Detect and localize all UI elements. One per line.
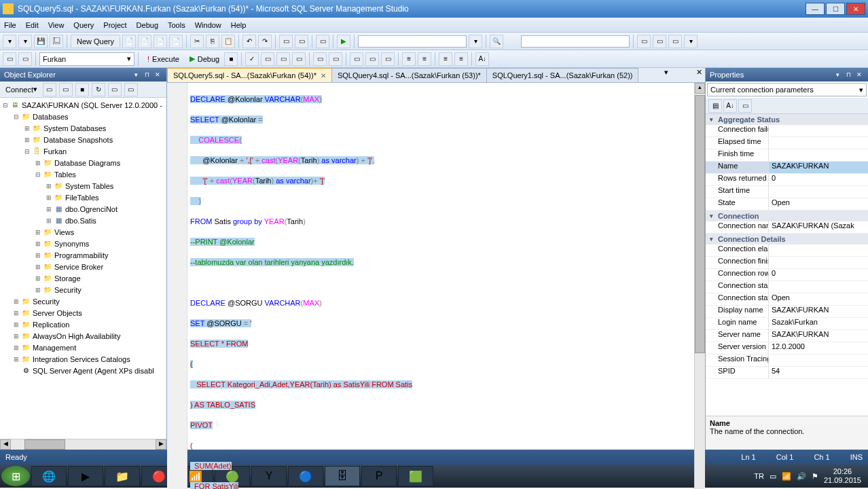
indent-icon[interactable]: ≡ <box>402 52 416 66</box>
tray-network-icon[interactable]: 📶 <box>782 472 791 481</box>
tab-query5[interactable]: SQLQuery5.sql - SA...(Sazak\Furkan (54))… <box>167 68 332 82</box>
tree-system-databases[interactable]: System Databases <box>43 124 106 132</box>
toolbar-search[interactable] <box>358 35 467 48</box>
tree-management[interactable]: Management <box>33 344 76 352</box>
save-icon[interactable]: 💾 <box>34 35 48 48</box>
tray-lang[interactable]: TR <box>754 472 764 480</box>
menu-debug[interactable]: Debug <box>137 21 158 29</box>
tb-icon[interactable]: ▭ <box>279 35 293 48</box>
tree-server[interactable]: SAZAK\FURKAN (SQL Server 12.0.2000 - <box>22 101 162 109</box>
tb-icon[interactable]: 📄 <box>169 35 183 48</box>
tb-icon[interactable]: A↓ <box>475 52 489 66</box>
tree-filetables[interactable]: FileTables <box>65 194 99 202</box>
parse-icon[interactable]: ✓ <box>245 52 259 66</box>
alphabetical-icon[interactable]: A↓ <box>723 99 737 113</box>
execute-button[interactable]: !Execute <box>142 52 185 66</box>
properties-combo[interactable]: Current connection parameters▾ <box>707 83 867 96</box>
tree-table-satis[interactable]: dbo.Satis <box>65 217 96 225</box>
panel-dropdown-icon[interactable]: ▾ <box>833 70 842 79</box>
refresh-icon[interactable]: ↻ <box>92 83 105 96</box>
debug-button[interactable]: ▶Debug <box>187 52 222 66</box>
play-icon[interactable]: ▶ <box>337 35 350 48</box>
prop-cat-conndetails[interactable]: ▾Connection Details <box>706 234 868 244</box>
tb-icon[interactable]: ▭ <box>276 52 290 66</box>
tabs-dropdown-icon[interactable]: ▾ <box>661 68 672 82</box>
tb-icon[interactable]: ▭ <box>365 52 379 66</box>
tree-table-ogrencinot[interactable]: dbo.OgrenciNot <box>65 205 117 213</box>
panel-dropdown-icon[interactable]: ▾ <box>131 70 141 79</box>
tb-icon[interactable]: ▭ <box>124 83 138 96</box>
taskbar-mediaplayer-icon[interactable]: ▶ <box>68 466 103 486</box>
tb-icon[interactable]: ▭ <box>350 52 363 66</box>
copy-icon[interactable]: ⎘ <box>206 35 219 48</box>
tab-close-icon[interactable]: ✕ <box>321 72 326 79</box>
taskbar-explorer-icon[interactable]: 📁 <box>105 466 140 486</box>
tb-icon[interactable]: 📄 <box>153 35 167 48</box>
tree-furkan-db[interactable]: Furkan <box>43 147 67 156</box>
tree-hscroll[interactable]: ◀▶ <box>0 439 166 450</box>
undo-icon[interactable]: ↶ <box>242 35 256 48</box>
tray-clock[interactable]: 20:26 21.09.2015 <box>824 467 861 485</box>
menu-edit[interactable]: Edit <box>26 21 39 29</box>
tree-system-tables[interactable]: System Tables <box>65 182 113 190</box>
database-combo[interactable]: Furkan▾ <box>39 52 134 66</box>
tray-flag-icon[interactable]: ▭ <box>770 472 776 481</box>
tb-icon[interactable]: ▭ <box>316 35 329 48</box>
paste-icon[interactable]: 📋 <box>221 35 235 48</box>
tree-server-objects[interactable]: Server Objects <box>33 309 82 317</box>
tree-programmability[interactable]: Programmability <box>54 251 108 259</box>
redo-icon[interactable]: ↷ <box>258 35 272 48</box>
panel-pin-icon[interactable]: ⊓ <box>844 70 853 79</box>
tab-query4[interactable]: SQLQuery4.sql - SA...(Sazak\Furkan (53))… <box>331 68 487 82</box>
tree-sql-agent[interactable]: SQL Server Agent (Agent XPs disabl <box>33 367 154 375</box>
filter-icon[interactable]: ▭ <box>108 83 122 96</box>
editor-vscroll[interactable]: ▴ <box>694 83 705 489</box>
toolbar-combo[interactable] <box>521 35 630 48</box>
comment-icon[interactable]: ≡ <box>439 52 452 66</box>
menu-query[interactable]: Query <box>73 21 94 29</box>
new-query-button[interactable]: New Query <box>71 35 120 48</box>
tb-icon[interactable]: ▭ <box>18 52 32 66</box>
tb-icon[interactable]: ▭ <box>637 35 651 48</box>
tb-icon[interactable]: ▭ <box>653 35 666 48</box>
cut-icon[interactable]: ✂ <box>190 35 204 48</box>
prop-cat-aggregate[interactable]: ▾Aggregate Status <box>706 114 868 125</box>
open-icon[interactable]: ▾ <box>18 35 32 48</box>
tree-views[interactable]: Views <box>54 228 74 236</box>
tb-icon[interactable]: ▭ <box>329 52 342 66</box>
prop-cat-connection[interactable]: ▾Connection <box>706 211 868 221</box>
start-button[interactable]: ⊞ <box>1 466 30 486</box>
system-tray[interactable]: TR ▭ 📶 🔊 ⚑ 20:26 21.09.2015 <box>754 467 867 485</box>
categorized-icon[interactable]: ▤ <box>708 99 722 113</box>
new-project-icon[interactable]: ▾ <box>3 35 16 48</box>
tb-icon[interactable]: ▾ <box>684 35 698 48</box>
maximize-button[interactable]: ☐ <box>826 3 845 15</box>
tree-security-server[interactable]: Security <box>33 297 60 306</box>
outdent-icon[interactable]: ≡ <box>418 52 431 66</box>
menu-tools[interactable]: Tools <box>168 21 185 29</box>
tree-databases[interactable]: Databases <box>33 113 69 121</box>
tb-icon[interactable]: ▭ <box>381 52 395 66</box>
tb-icon[interactable]: ▭ <box>3 52 16 66</box>
tree-db-diagrams[interactable]: Database Diagrams <box>54 159 120 167</box>
properties-grid[interactable]: ▾Aggregate Status Connection failure Ela… <box>706 114 868 416</box>
menu-file[interactable]: File <box>4 21 16 29</box>
search-dropdown-icon[interactable]: ▾ <box>469 35 482 48</box>
tb-icon[interactable]: ▭ <box>292 52 306 66</box>
tree-integration-services[interactable]: Integration Services Catalogs <box>33 355 130 363</box>
code-area[interactable]: DECLARE @Kolonlar VARCHAR(MAX) SELECT @K… <box>187 83 694 489</box>
menu-project[interactable]: Project <box>103 21 126 29</box>
tree-security[interactable]: Security <box>54 286 82 294</box>
connect-icon[interactable]: ▭ <box>43 83 56 96</box>
tray-volume-icon[interactable]: 🔊 <box>797 472 806 481</box>
stop-icon[interactable]: ■ <box>224 52 238 66</box>
taskbar-ie-icon[interactable]: 🌐 <box>31 466 67 486</box>
panel-pin-icon[interactable]: ⊓ <box>142 70 151 79</box>
tab-query1[interactable]: SQLQuery1.sql - SA...(Sazak\Furkan (52)) <box>486 68 639 82</box>
tabs-close-icon[interactable]: ✕ <box>694 68 705 82</box>
tree-tables[interactable]: Tables <box>54 170 76 179</box>
panel-close-icon[interactable]: ✕ <box>153 70 162 79</box>
connect-button[interactable]: Connect ▾ <box>3 84 40 96</box>
tree-alwayson[interactable]: AlwaysOn High Availability <box>33 332 120 340</box>
tb-icon[interactable]: ▭ <box>261 52 274 66</box>
